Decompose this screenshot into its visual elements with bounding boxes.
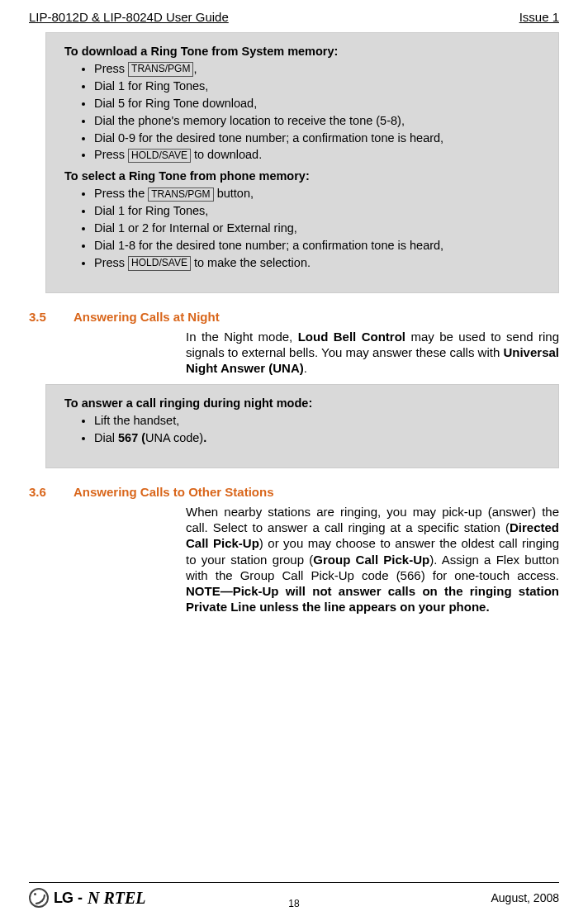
text: to download. [191,148,262,161]
page-header: LIP-8012D & LIP-8024D User Guide Issue 1 [29,10,559,29]
keycap-trans-pgm: TRANS/PGM [148,187,213,202]
section-heading-36: 3.6 Answering Calls to Other Stations [29,485,559,499]
keycap-hold-save: HOLD/SAVE [128,256,191,271]
page-number: 18 [288,898,299,909]
box1-heading2: To select a Ring Tone from phone memory: [64,169,540,183]
lg-face-icon [29,888,49,908]
text: Press [94,256,128,269]
keycap-trans-pgm: TRANS/PGM [128,62,193,77]
text: Press [94,62,128,75]
box1-list2: Press the TRANS/PGM button, Dial 1 for R… [94,186,540,270]
text-bold: Group Call Pick-Up [313,553,429,567]
list-item: Dial the phone's memory location to rece… [94,113,540,129]
text: When nearby stations are ringing, you ma… [186,505,559,534]
keycap-hold-save: HOLD/SAVE [128,149,191,164]
text: to make the selection. [191,256,311,269]
text: , [193,62,197,75]
section-heading-35: 3.5 Answering Calls at Night [29,310,559,324]
text: In the Night mode, [186,330,298,344]
list-item: Dial 5 for Ring Tone download, [94,96,540,112]
header-left: LIP-8012D & LIP-8024D User Guide [29,10,229,24]
instruction-box-ringtone: To download a Ring Tone from System memo… [45,32,559,293]
logo-text-nortel: N RTEL [88,889,146,908]
box2-list: Lift the handset, Dial 567 (UNA code). [94,413,540,446]
logo-lg-nortel: LG - N RTEL [29,888,146,908]
text-bold: NOTE—Pick-Up will not answer calls on th… [186,584,559,614]
section-36-body: When nearby stations are ringing, you ma… [186,504,559,615]
section-title: Answering Calls to Other Stations [74,485,274,499]
box2-heading: To answer a call ringing during night mo… [64,396,540,410]
text: button, [214,187,254,200]
box1-list1: Press TRANS/PGM, Dial 1 for Ring Tones, … [94,61,540,163]
list-item: Press TRANS/PGM, [94,61,540,77]
list-item: Dial 1 for Ring Tones, [94,203,540,219]
text: Dial [94,431,118,444]
text: . [304,361,307,375]
footer-date: August, 2008 [491,891,559,904]
list-item: Lift the handset, [94,413,540,429]
box1-heading1: To download a Ring Tone from System memo… [64,45,540,58]
section-title: Answering Calls at Night [74,310,220,324]
logo-hyphen: - [78,890,83,907]
list-item: Dial 0-9 for the desired tone number; a … [94,131,540,146]
section-number: 3.6 [29,485,59,499]
text: UNA code) [145,431,203,444]
section-number: 3.5 [29,310,59,324]
list-item: Dial 1 or 2 for Internal or External rin… [94,221,540,236]
text-bold: . [203,431,206,444]
document-page: LIP-8012D & LIP-8024D User Guide Issue 1… [0,0,588,916]
logo-text-lg: LG [54,890,73,907]
header-right: Issue 1 [519,10,559,24]
list-item: Press HOLD/SAVE to make the selection. [94,255,540,271]
text-bold: Loud Bell Control [298,330,405,344]
text: Press [94,148,128,161]
list-item: Press HOLD/SAVE to download. [94,147,540,163]
list-item: Press the TRANS/PGM button, [94,186,540,202]
instruction-box-night: To answer a call ringing during night mo… [45,384,559,468]
section-35-body: In the Night mode, Loud Bell Control may… [186,329,559,377]
list-item: Dial 1 for Ring Tones, [94,78,540,94]
list-item: Dial 567 (UNA code). [94,430,540,446]
text: Press the [94,187,148,200]
text-bold: 567 ( [118,431,145,444]
list-item: Dial 1-8 for the desired tone number; a … [94,238,540,254]
